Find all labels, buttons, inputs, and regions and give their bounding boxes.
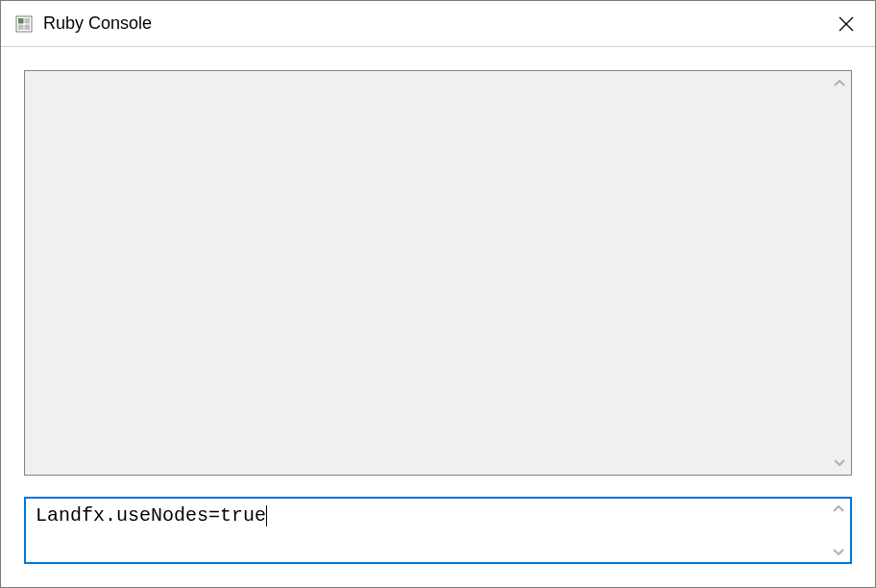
titlebar: Ruby Console <box>1 1 875 47</box>
output-textarea[interactable] <box>24 70 852 476</box>
app-icon <box>14 14 34 34</box>
close-button[interactable] <box>817 1 875 46</box>
scroll-up-icon[interactable] <box>833 503 844 515</box>
output-scrollbar[interactable] <box>829 72 850 474</box>
scroll-down-icon[interactable] <box>834 456 845 468</box>
input-content: Landfx.useNodes=true <box>36 504 825 556</box>
close-icon <box>839 16 854 32</box>
input-value: Landfx.useNodes=true <box>36 504 266 527</box>
svg-rect-1 <box>18 18 24 24</box>
svg-rect-2 <box>25 18 31 24</box>
text-caret <box>266 505 267 527</box>
window-title: Ruby Console <box>43 13 152 34</box>
svg-rect-4 <box>25 24 31 30</box>
scroll-down-icon[interactable] <box>833 546 844 557</box>
content-area: Landfx.useNodes=true <box>1 47 875 587</box>
input-scrollbar[interactable] <box>828 500 849 561</box>
input-textarea[interactable]: Landfx.useNodes=true <box>24 497 852 564</box>
svg-rect-3 <box>18 24 24 30</box>
scroll-up-icon[interactable] <box>834 78 845 89</box>
output-content <box>33 77 826 469</box>
